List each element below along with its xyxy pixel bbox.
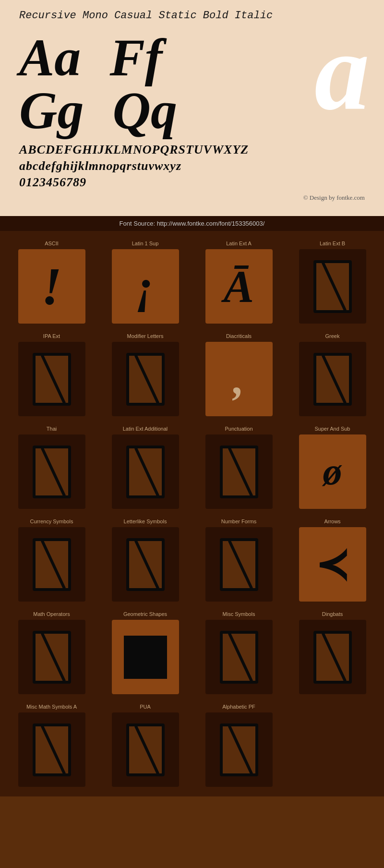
glyph-cell-superandsub: Super And Sub ø [286,421,379,514]
slash-icon-currency [33,538,71,591]
digits-line: 0123456789 [19,174,365,191]
slash-icon-pua [126,723,165,776]
glyph-cell-punctuation: Punctuation [192,421,286,514]
glyph-preview-alphabeticpf [205,712,273,787]
glyph-preview-punctuation [205,434,273,509]
glyph-cell-arrows: Arrows ≺ [286,514,379,606]
glyph-preview-ascii: ! [18,249,85,324]
font-title: Recursive Mono Casual Static Bold Italic [19,10,365,22]
preview-glyphs-2: Gg Qq [19,84,365,137]
glyph-preview-greek [299,342,366,416]
glyph-label-currency: Currency Symbols [30,518,73,524]
glyph-preview-numberforms [205,527,273,602]
glyph-label-numberforms: Number Forms [221,518,256,524]
slash-icon-punctuation [220,446,258,498]
glyph-label-geoshapes: Geometric Shapes [123,611,167,617]
glyph-preview-currency [18,527,85,602]
slash-icon-ipaext [33,353,71,406]
glyph-label-arrows: Arrows [324,518,340,524]
glyph-preview-mathops [18,620,85,694]
glyph-cell-pua: PUA [98,699,192,792]
glyph-label-ascii: ASCII [45,241,59,246]
header-section: Recursive Mono Casual Static Bold Italic… [0,0,384,216]
glyph-cell-miscsymbols: Misc Symbols [192,606,286,699]
glyph-preview-ipaext [18,342,85,416]
glyph-cell-numberforms: Number Forms [192,514,286,606]
glyph-cell-empty [286,699,379,792]
glyph-label-letterlike: Letterlike Symbols [124,518,167,524]
glyph-cell-ipaext: IPA Ext [5,328,98,421]
glyph-label-latin1sup: Latin 1 Sup [132,241,159,246]
alphabet-lower: abcdefghijklmnopqrstuvwxyz [19,158,365,174]
glyph-cell-letterlike: Letterlike Symbols [98,514,192,606]
glyph-label-greek: Greek [325,333,340,339]
glyph-label-punctuation: Punctuation [225,426,252,432]
glyph-label-mathops: Math Operators [33,611,70,617]
slash-icon-alphabeticpf [220,723,258,776]
glyph-cell-alphabeticpf: Alphabetic PF [192,699,286,792]
glyph-preview-latin1sup: ¡ [112,249,179,324]
slash-icon-miscmatha [33,723,71,776]
alphabet-section: ABCDEFGHIJKLMNOPQRSTUVWXYZ abcdefghijklm… [19,142,365,190]
dark-section: Font Source: http://www.fontke.com/font/… [0,216,384,796]
glyph-label-dingbats: Dingbats [322,611,343,617]
glyph-pair-4: Qq [112,84,177,137]
glyph-cell-latinextadd: Latin Ext Additional [98,421,192,514]
superandsub-char: ø [323,450,342,494]
glyph-preview-thai [18,434,85,509]
glyph-preview-latinexta: Ā [205,249,273,324]
glyph-cell-latinextb: Latin Ext B [286,236,379,328]
glyph-preview-geoshapes [112,620,179,694]
latinexta-char: Ā [224,260,254,313]
glyphs-grid: ASCII ! Latin 1 Sup ¡ Latin Ext A Ā Lati… [0,231,384,796]
copyright: © Design by fontke.com [19,194,365,202]
glyph-label-ipaext: IPA Ext [43,333,60,339]
glyph-cell-miscmatha: Misc Math Symbols A [5,699,98,792]
slash-icon-greek [313,353,352,406]
glyph-pair-2: Ff [109,31,162,84]
glyph-label-miscmatha: Misc Math Symbols A [26,704,77,710]
slash-icon-letterlike [126,538,165,591]
latin1sup-char: ¡ [136,259,155,314]
slash-icon-miscsymbols [220,631,258,684]
glyph-label-thai: Thai [47,426,57,432]
glyph-cell-currency: Currency Symbols [5,514,98,606]
glyph-preview-diacriticals: ‚ [205,342,273,416]
glyph-preview-modletters [112,342,179,416]
glyph-preview-superandsub: ø [299,434,366,509]
glyph-pair-1: Aa [19,31,81,84]
glyph-label-pua: PUA [140,704,151,710]
glyph-cell-ascii: ASCII ! [5,236,98,328]
glyph-label-latinextb: Latin Ext B [320,241,345,246]
glyph-preview-latinextb [299,249,366,324]
glyph-label-diacriticals: Diacriticals [226,333,252,339]
glyph-cell-diacriticals: Diacriticals ‚ [192,328,286,421]
glyph-preview-miscsymbols [205,620,273,694]
glyph-label-latinexta: Latin Ext A [226,241,252,246]
ascii-char: ! [41,256,62,317]
slash-icon-thai [33,446,71,498]
slash-icon-numberforms [220,538,258,591]
glyph-label-alphabeticpf: Alphabetic PF [222,704,255,710]
arrows-char: ≺ [315,541,349,588]
source-bar: Font Source: http://www.fontke.com/font/… [0,216,384,231]
alphabet-upper: ABCDEFGHIJKLMNOPQRSTUVWXYZ [19,142,365,158]
preview-glyphs: Aa Ff a [19,31,365,84]
glyph-cell-mathops: Math Operators [5,606,98,699]
glyph-label-superandsub: Super And Sub [314,426,350,432]
glyph-pair-3: Gg [19,84,84,137]
glyph-preview-latinextadd [112,434,179,509]
glyph-preview-miscmatha [18,712,85,787]
slash-icon-dingbats [313,631,352,684]
glyph-preview-letterlike [112,527,179,602]
slash-icon-latinextb [313,260,352,313]
glyph-preview-dingbats [299,620,366,694]
glyph-cell-dingbats: Dingbats [286,606,379,699]
glyph-cell-geoshapes: Geometric Shapes [98,606,192,699]
glyph-label-modletters: Modifier Letters [127,333,164,339]
glyph-cell-latin1sup: Latin 1 Sup ¡ [98,236,192,328]
glyph-cell-thai: Thai [5,421,98,514]
glyph-preview-arrows: ≺ [299,527,366,602]
geoshapes-square [124,636,167,679]
glyph-label-latinextadd: Latin Ext Additional [123,426,168,432]
